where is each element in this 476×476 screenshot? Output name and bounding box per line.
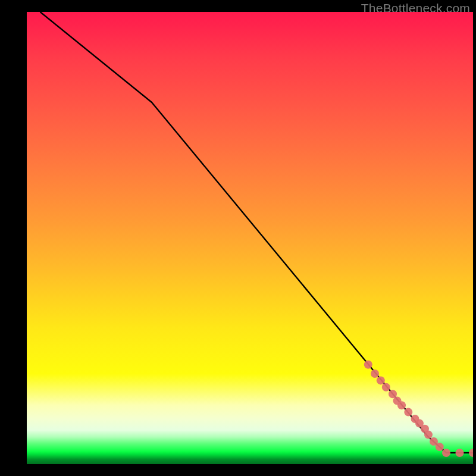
scatter-series	[364, 361, 473, 457]
chart-frame: TheBottleneck.com	[0, 0, 476, 476]
data-point	[424, 431, 433, 439]
data-point	[456, 449, 464, 457]
line-series	[40, 12, 474, 453]
data-point	[469, 449, 473, 457]
data-point	[377, 376, 385, 384]
black-curve-path	[40, 12, 474, 453]
data-point	[436, 443, 444, 451]
data-point	[404, 408, 412, 416]
data-point	[397, 401, 406, 409]
data-point	[382, 383, 390, 392]
data-point	[364, 361, 372, 369]
data-point	[442, 449, 450, 457]
plot-area	[27, 12, 473, 464]
data-point	[389, 390, 397, 398]
data-point	[371, 369, 379, 378]
chart-svg	[27, 12, 473, 464]
